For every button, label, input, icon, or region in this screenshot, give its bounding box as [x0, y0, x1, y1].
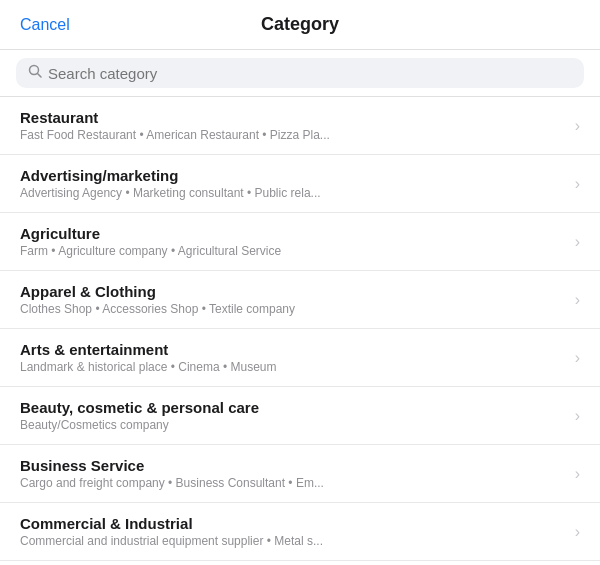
list-item[interactable]: Business Service Cargo and freight compa…: [0, 445, 600, 503]
category-name: Arts & entertainment: [20, 341, 565, 358]
category-name: Apparel & Clothing: [20, 283, 565, 300]
category-name: Restaurant: [20, 109, 565, 126]
chevron-right-icon: ›: [575, 291, 580, 309]
category-sub: Cargo and freight company • Business Con…: [20, 476, 460, 490]
category-content: Arts & entertainment Landmark & historic…: [20, 341, 575, 374]
list-item[interactable]: Apparel & Clothing Clothes Shop • Access…: [0, 271, 600, 329]
svg-line-1: [38, 74, 42, 78]
category-content: Agriculture Farm • Agriculture company •…: [20, 225, 575, 258]
list-item[interactable]: Advertising/marketing Advertising Agency…: [0, 155, 600, 213]
chevron-right-icon: ›: [575, 117, 580, 135]
list-item[interactable]: Commercial & Industrial Commercial and i…: [0, 503, 600, 561]
category-name: Advertising/marketing: [20, 167, 565, 184]
category-content: Apparel & Clothing Clothes Shop • Access…: [20, 283, 575, 316]
chevron-right-icon: ›: [575, 523, 580, 541]
search-bar: [0, 50, 600, 97]
category-name: Commercial & Industrial: [20, 515, 565, 532]
category-sub: Farm • Agriculture company • Agricultura…: [20, 244, 460, 258]
list-item[interactable]: Beauty, cosmetic & personal care Beauty/…: [0, 387, 600, 445]
search-icon: [28, 64, 42, 82]
category-content: Commercial & Industrial Commercial and i…: [20, 515, 575, 548]
category-list: Restaurant Fast Food Restaurant • Americ…: [0, 97, 600, 565]
category-content: Beauty, cosmetic & personal care Beauty/…: [20, 399, 575, 432]
header: Cancel Category: [0, 0, 600, 50]
chevron-right-icon: ›: [575, 465, 580, 483]
chevron-right-icon: ›: [575, 233, 580, 251]
category-name: Business Service: [20, 457, 565, 474]
category-content: Business Service Cargo and freight compa…: [20, 457, 575, 490]
category-content: Advertising/marketing Advertising Agency…: [20, 167, 575, 200]
category-content: Restaurant Fast Food Restaurant • Americ…: [20, 109, 575, 142]
search-input[interactable]: [48, 65, 572, 82]
category-sub: Clothes Shop • Accessories Shop • Textil…: [20, 302, 460, 316]
category-name: Beauty, cosmetic & personal care: [20, 399, 565, 416]
chevron-right-icon: ›: [575, 349, 580, 367]
category-name: Agriculture: [20, 225, 565, 242]
page-title: Category: [261, 14, 339, 35]
category-sub: Advertising Agency • Marketing consultan…: [20, 186, 460, 200]
list-item[interactable]: Restaurant Fast Food Restaurant • Americ…: [0, 97, 600, 155]
chevron-right-icon: ›: [575, 175, 580, 193]
list-item[interactable]: Arts & entertainment Landmark & historic…: [0, 329, 600, 387]
category-sub: Landmark & historical place • Cinema • M…: [20, 360, 460, 374]
category-sub: Beauty/Cosmetics company: [20, 418, 460, 432]
list-item[interactable]: Community Services Non-profit organisati…: [0, 561, 600, 565]
category-sub: Fast Food Restaurant • American Restaura…: [20, 128, 460, 142]
cancel-button[interactable]: Cancel: [20, 16, 70, 34]
chevron-right-icon: ›: [575, 407, 580, 425]
list-item[interactable]: Agriculture Farm • Agriculture company •…: [0, 213, 600, 271]
category-sub: Commercial and industrial equipment supp…: [20, 534, 460, 548]
